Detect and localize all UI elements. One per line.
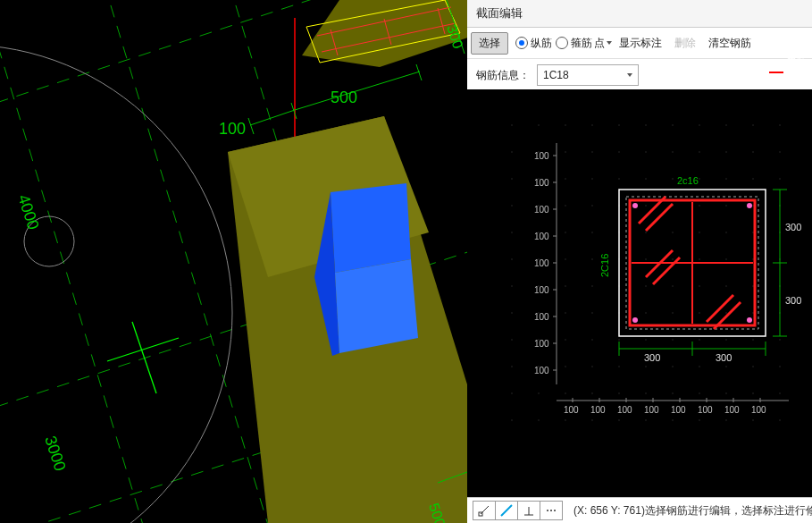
section-dim-right-2: 300 <box>785 295 801 306</box>
svg-point-142 <box>565 392 566 394</box>
svg-point-152 <box>538 419 540 421</box>
svg-point-90 <box>645 258 647 260</box>
svg-point-145 <box>645 392 647 394</box>
svg-point-159 <box>725 419 727 421</box>
legend-stirrup: 箍筋 <box>769 66 807 79</box>
section-vtick: 100 <box>534 178 549 188</box>
snap-midpoint-icon[interactable] <box>496 501 518 520</box>
svg-point-120 <box>565 339 566 341</box>
svg-point-80 <box>672 232 674 233</box>
svg-point-208 <box>550 510 552 511</box>
radio-dot-icon <box>556 37 568 49</box>
svg-point-55 <box>591 178 593 180</box>
section-dim-bottom-1: 300 <box>644 352 660 363</box>
svg-point-93 <box>725 258 727 260</box>
section-htick: 100 <box>671 405 686 415</box>
section-vtick: 100 <box>534 205 549 215</box>
svg-point-133 <box>618 366 620 367</box>
svg-point-101 <box>645 285 647 287</box>
panel-toolbar: 选择 纵筋 箍筋 点 显示标注 删除 清空钢筋 <box>467 28 812 59</box>
svg-point-131 <box>565 366 566 367</box>
svg-point-77 <box>591 232 593 233</box>
svg-point-35 <box>645 124 647 126</box>
rebar-info-combo[interactable]: 1C18 <box>537 64 639 86</box>
svg-point-147 <box>699 392 700 394</box>
svg-point-189 <box>747 317 752 323</box>
svg-point-122 <box>618 339 620 341</box>
status-x: 656 <box>590 504 608 517</box>
show-annotation-button[interactable]: 显示标注 <box>614 36 667 51</box>
svg-point-38 <box>725 124 727 126</box>
svg-point-161 <box>779 419 781 421</box>
svg-point-188 <box>632 317 638 323</box>
svg-point-109 <box>565 312 566 314</box>
svg-point-115 <box>725 312 727 314</box>
section-vtick: 100 <box>534 339 549 349</box>
radio-dot-icon <box>515 37 528 49</box>
radio-stirrup[interactable]: 箍筋 <box>556 36 592 51</box>
dim-100: 100 <box>219 120 246 138</box>
svg-point-34 <box>618 124 620 126</box>
svg-point-135 <box>672 366 674 367</box>
svg-point-140 <box>511 392 513 394</box>
svg-point-43 <box>565 151 566 153</box>
dim-3000: 3000 <box>41 434 69 473</box>
svg-point-103 <box>699 285 700 287</box>
section-htick: 100 <box>724 405 740 415</box>
svg-marker-20 <box>331 183 411 273</box>
snap-more-icon[interactable] <box>540 501 563 520</box>
svg-point-54 <box>565 178 566 180</box>
svg-point-40 <box>779 124 781 126</box>
svg-point-128 <box>779 339 781 341</box>
chevron-down-icon <box>627 73 632 77</box>
status-fragment: (X: <box>573 504 590 517</box>
svg-point-123 <box>645 339 647 341</box>
svg-point-148 <box>725 392 727 394</box>
status-bar: (X: 656 Y: 761)选择钢筋进行编辑，选择标注进行修 <box>467 497 812 523</box>
svg-point-62 <box>779 178 781 180</box>
svg-point-125 <box>699 339 700 341</box>
svg-point-107 <box>511 312 513 314</box>
svg-point-157 <box>672 419 674 421</box>
svg-point-81 <box>699 232 700 233</box>
section-vtick: 100 <box>534 258 549 268</box>
legend-swatch-stirrup <box>769 72 783 73</box>
svg-point-149 <box>752 392 754 394</box>
svg-point-146 <box>672 392 674 394</box>
svg-line-9 <box>132 322 156 393</box>
clear-rebar-button[interactable]: 清空钢筋 <box>703 36 757 51</box>
svg-point-207 <box>547 510 548 511</box>
svg-point-37 <box>699 124 700 126</box>
snap-perpendicular-icon[interactable] <box>518 501 540 520</box>
legend-swatch-corner <box>769 59 783 61</box>
select-button[interactable]: 选择 <box>471 32 508 55</box>
svg-line-8 <box>107 338 179 361</box>
svg-point-92 <box>699 258 700 260</box>
svg-point-114 <box>699 312 700 314</box>
radio-longitudinal[interactable]: 纵筋 <box>515 36 552 51</box>
svg-point-31 <box>538 124 540 126</box>
svg-point-129 <box>511 366 513 367</box>
rebar-info-label: 钢筋信息： <box>476 68 530 83</box>
delete-button[interactable]: 删除 <box>669 36 701 51</box>
section-canvas[interactable]: 100100100100100100100100100 100100100100… <box>467 89 812 451</box>
point-dropdown[interactable]: 点 <box>594 36 612 51</box>
model-viewport[interactable]: 100 500 300 4000 3000 500 <box>0 0 467 523</box>
svg-point-150 <box>779 392 781 394</box>
svg-point-154 <box>591 419 593 421</box>
svg-point-46 <box>645 151 647 153</box>
svg-point-139 <box>779 366 781 367</box>
svg-point-36 <box>672 124 674 126</box>
svg-line-25 <box>248 118 254 134</box>
snap-endpoint-icon[interactable] <box>473 501 496 520</box>
svg-point-156 <box>645 419 647 421</box>
svg-point-56 <box>618 178 620 180</box>
svg-point-158 <box>699 419 700 421</box>
svg-point-85 <box>511 258 513 260</box>
svg-point-102 <box>672 285 674 287</box>
section-top-label: 2c16 <box>677 175 699 186</box>
svg-point-186 <box>632 203 638 208</box>
svg-point-60 <box>725 178 727 180</box>
svg-line-205 <box>481 506 489 514</box>
dim-4000: 4000 <box>14 192 42 232</box>
